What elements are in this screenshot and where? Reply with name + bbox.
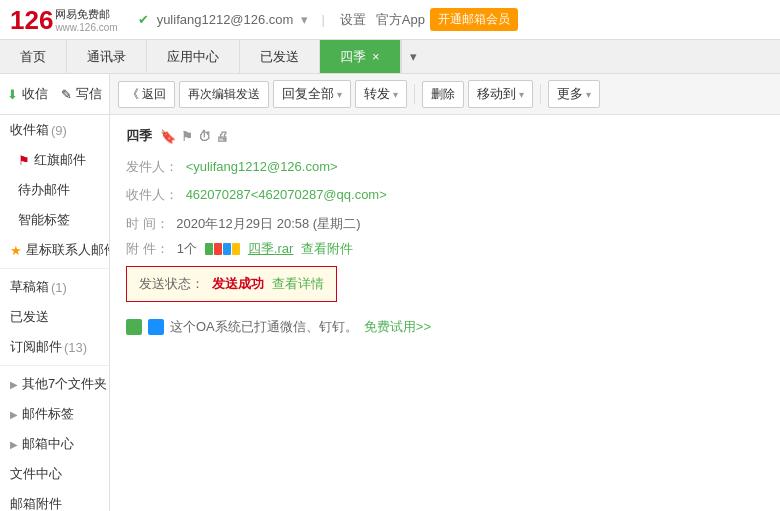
view-attachment-link[interactable]: 查看附件 <box>301 240 353 258</box>
sidebar-item-inbox[interactable]: 收件箱 (9) <box>0 115 109 145</box>
official-app-link[interactable]: 官方App <box>376 11 425 29</box>
sidebar-item-redflag[interactable]: ⚑ 红旗邮件 <box>0 145 109 175</box>
toolbar: 《 返回 再次编辑发送 回复全部 ▾ 转发 ▾ 删除 移动到 ▾ 更多 ▾ <box>110 74 780 115</box>
move-to-dropdown-icon[interactable]: ▾ <box>519 89 524 100</box>
nav-tab-sent[interactable]: 已发送 <box>240 40 320 73</box>
sidebar: ⬇ 收信 ✎ 写信 收件箱 (9) ⚑ 红旗邮件 待办邮件 智能标签 ★ 星标联… <box>0 74 110 511</box>
tab-close-icon[interactable]: × <box>372 49 380 64</box>
from-email-link[interactable]: <yulifang1212@126.com> <box>186 159 338 174</box>
logo: 126 网易免费邮 www.126.com <box>10 7 118 33</box>
logo-number: 126 <box>10 7 53 33</box>
email-view: 四季 🔖 ⚑ ⏱ 🖨 发件人： <yulifang1212@126.com> 收… <box>110 115 780 511</box>
nav-tab-appstore[interactable]: 应用中心 <box>147 40 240 73</box>
sidebar-item-draft[interactable]: 草稿箱 (1) <box>0 272 109 302</box>
toolbar-sep-2 <box>540 84 541 104</box>
header: 126 网易免费邮 www.126.com ✔ yulifang1212@126… <box>0 0 780 40</box>
nav-tab-home[interactable]: 首页 <box>0 40 67 73</box>
sidebar-section-draft: 草稿箱 (1) 已发送 订阅邮件 (13) <box>0 268 109 362</box>
content-area: 《 返回 再次编辑发送 回复全部 ▾ 转发 ▾ 删除 移动到 ▾ 更多 ▾ <box>110 74 780 511</box>
forward-dropdown-icon[interactable]: ▾ <box>393 89 398 100</box>
move-to-button[interactable]: 移动到 ▾ <box>468 80 533 108</box>
oa-try-link[interactable]: 免费试用>> <box>364 318 431 336</box>
flag-icon[interactable]: ⚑ <box>181 129 193 144</box>
delete-button[interactable]: 删除 <box>422 81 464 108</box>
email-to: 收件人： 462070287<462070287@qq.com> <box>126 183 764 206</box>
clock-icon[interactable]: ⏱ <box>198 129 211 144</box>
write-icon: ✎ <box>61 87 72 102</box>
verified-icon: ✔ <box>138 12 149 27</box>
logo-brand: 网易免费邮 <box>55 7 117 22</box>
sidebar-item-mail-center[interactable]: ▶ 邮箱中心 <box>0 429 109 459</box>
sidebar-item-mail-tags[interactable]: ▶ 邮件标签 <box>0 399 109 429</box>
oa-logo-wechat <box>126 319 142 335</box>
nav-tab-contacts[interactable]: 通讯录 <box>67 40 147 73</box>
email-attachment-row: 附 件： 1个 四季.rar 查看附件 <box>126 240 764 258</box>
print-icon[interactable]: 🖨 <box>216 129 229 144</box>
sidebar-item-other-folders[interactable]: ▶ 其他7个文件夹 <box>0 369 109 399</box>
reply-all-dropdown-icon[interactable]: ▾ <box>337 89 342 100</box>
sidebar-item-pending[interactable]: 待办邮件 <box>0 175 109 205</box>
winrar-icon <box>205 243 240 255</box>
star-icon: ★ <box>10 243 22 258</box>
collapse-arrow-icon-3: ▶ <box>10 439 18 450</box>
settings-link[interactable]: 设置 <box>340 11 366 29</box>
sidebar-item-starred[interactable]: ★ 星标联系人邮件 <box>0 235 109 265</box>
attachment-name-link[interactable]: 四季.rar <box>248 240 294 258</box>
logo-url: www.126.com <box>55 22 117 33</box>
collapse-arrow-icon-2: ▶ <box>10 409 18 420</box>
collapse-arrow-icon: ▶ <box>10 379 18 390</box>
vip-button[interactable]: 开通邮箱会员 <box>430 8 518 31</box>
nav-tab-siji[interactable]: 四季 × <box>320 40 401 73</box>
to-email-link[interactable]: 462070287<462070287@qq.com> <box>186 187 387 202</box>
write-button[interactable]: ✎ 写信 <box>55 79 110 109</box>
sidebar-item-mail-attachment[interactable]: 邮箱附件 <box>0 489 109 511</box>
send-status-box: 发送状态： 发送成功 查看详情 <box>126 266 337 302</box>
nav-tab-dropdown-icon[interactable]: ▾ <box>401 40 425 73</box>
logo-text: 网易免费邮 www.126.com <box>55 7 117 33</box>
email-dropdown-icon[interactable]: ▾ <box>301 12 308 27</box>
email-from: 发件人： <yulifang1212@126.com> <box>126 155 764 178</box>
sidebar-item-sent[interactable]: 已发送 <box>0 302 109 332</box>
forward-button[interactable]: 转发 ▾ <box>355 80 407 108</box>
email-time: 时 间： 2020年12月29日 20:58 (星期二) <box>126 212 764 235</box>
toolbar-sep-1 <box>414 84 415 104</box>
more-dropdown-icon[interactable]: ▾ <box>586 89 591 100</box>
resend-button[interactable]: 再次编辑发送 <box>179 81 269 108</box>
sidebar-item-smarttag[interactable]: 智能标签 <box>0 205 109 235</box>
nav-tabs: 首页 通讯录 应用中心 已发送 四季 × ▾ <box>0 40 780 74</box>
back-button[interactable]: 《 返回 <box>118 81 175 108</box>
separator-1: | <box>321 12 324 27</box>
email-subject: 四季 🔖 ⚑ ⏱ 🖨 <box>126 127 764 145</box>
view-detail-link[interactable]: 查看详情 <box>272 275 324 293</box>
sidebar-item-subscribed[interactable]: 订阅邮件 (13) <box>0 332 109 362</box>
receive-button[interactable]: ⬇ 收信 <box>0 79 55 109</box>
user-email[interactable]: yulifang1212@126.com <box>157 12 294 27</box>
bookmark-icon[interactable]: 🔖 <box>160 129 176 144</box>
reply-all-button[interactable]: 回复全部 ▾ <box>273 80 351 108</box>
inbox-icon: ⬇ <box>7 87 18 102</box>
sidebar-section-extra: ▶ 其他7个文件夹 ▶ 邮件标签 ▶ 邮箱中心 文件中心 邮箱附件 <box>0 365 109 511</box>
email-subject-icons: 🔖 ⚑ ⏱ 🖨 <box>160 129 229 144</box>
main-layout: ⬇ 收信 ✎ 写信 收件箱 (9) ⚑ 红旗邮件 待办邮件 智能标签 ★ 星标联… <box>0 74 780 511</box>
sidebar-item-file-center[interactable]: 文件中心 <box>0 459 109 489</box>
oa-notice: 这个OA系统已打通微信、钉钉。 免费试用>> <box>126 318 764 336</box>
sidebar-actions: ⬇ 收信 ✎ 写信 <box>0 79 109 115</box>
flag-icon: ⚑ <box>18 153 30 168</box>
more-button[interactable]: 更多 ▾ <box>548 80 600 108</box>
oa-logo-dingtalk <box>148 319 164 335</box>
